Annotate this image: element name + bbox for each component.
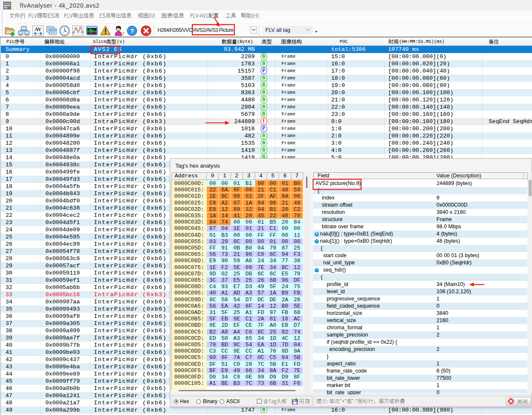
svg-text:?: ? (122, 30, 124, 36)
svg-text:AV: AV (34, 26, 42, 32)
svg-text:?: ? (130, 27, 134, 34)
svg-text:flv: flv (4, 6, 8, 9)
